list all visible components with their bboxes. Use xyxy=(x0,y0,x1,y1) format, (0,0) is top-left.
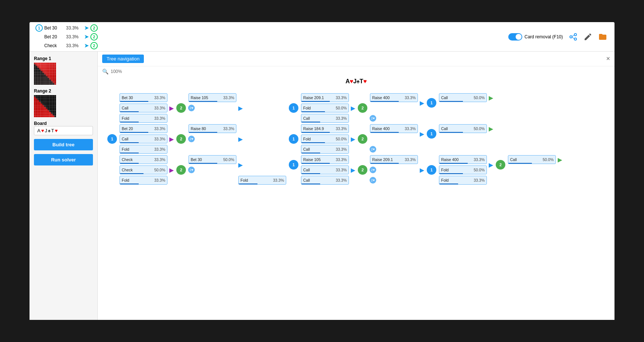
action-cell[interactable]: Fold50.0% xyxy=(301,135,349,143)
action-name: Call xyxy=(441,95,448,100)
folder-icon-btn[interactable] xyxy=(597,31,609,43)
action-pct: 33.3% xyxy=(405,95,416,100)
table-row: Check50.0%2♥Call33.3%2♥Fold50.0% xyxy=(106,165,562,175)
action-pct: 50.0% xyxy=(474,126,485,131)
board-card-a-suit: ♥ xyxy=(41,128,44,133)
arrow-connector: ▶ xyxy=(238,161,286,168)
action-cell[interactable]: Call33.3% xyxy=(301,145,349,154)
toggle-thumb xyxy=(516,34,522,40)
action-cell[interactable]: Raise 40033.3% xyxy=(370,93,418,102)
action-name: Fold xyxy=(441,178,449,182)
board-a-heart: ♥ xyxy=(350,78,353,84)
action-cell[interactable]: Bet 3033.3% xyxy=(120,93,167,102)
top-bar-actions: 1 Bet 30 33.3% ➤ 2 Bet 20 33.3% ➤ 2 Chec… xyxy=(35,24,98,49)
action-name: Bet 30 xyxy=(191,157,202,162)
tree-diagram: 1Bet 3033.3%▶2Raise 10533.3%▶1Raise 209.… xyxy=(98,86,614,307)
table-row: Fold33.3%Call33.3%2♥ xyxy=(106,144,562,154)
range2-grid[interactable] xyxy=(34,95,56,117)
action-pct: 33.3% xyxy=(474,157,485,162)
action-cell[interactable]: Fold33.3% xyxy=(120,114,167,123)
action-bar xyxy=(120,173,143,174)
arrow-connector: ▶ xyxy=(169,105,174,112)
action-cell[interactable]: Bet 3050.0% xyxy=(188,155,236,164)
action-cell[interactable]: Call33.3% xyxy=(301,114,349,123)
action-cell[interactable]: Raise 209.133.3% xyxy=(370,155,418,164)
action-bar xyxy=(301,163,330,164)
action-cell[interactable]: Raise 209.133.3% xyxy=(301,93,349,102)
search-icon: 🔍 xyxy=(102,69,108,74)
action-cell[interactable]: Raise 40033.3% xyxy=(370,124,418,133)
action-bar xyxy=(439,163,468,164)
range1-grid[interactable] xyxy=(34,63,56,85)
action-name: Raise 105 xyxy=(303,157,321,162)
action-cell[interactable]: Fold33.3% xyxy=(439,176,487,185)
board-card-a: A xyxy=(37,128,41,133)
player-circle-2: 2 xyxy=(176,134,186,144)
action-cell[interactable]: Call50.0% xyxy=(439,93,487,102)
network-icon-btn[interactable] xyxy=(567,31,579,43)
action-name: Bet 20 xyxy=(122,126,133,131)
action-cell[interactable]: Check50.0% xyxy=(120,165,167,174)
tree-nav-tab[interactable]: Tree navigation xyxy=(102,55,144,63)
action-cell[interactable]: Raise 10533.3% xyxy=(188,93,236,102)
tree-panel: Tree navigation × 🔍 100% A♥J♠T♥ 1Bet 303… xyxy=(98,52,614,320)
svg-line-4 xyxy=(572,37,574,39)
folder-icon xyxy=(598,32,607,41)
action-cell[interactable]: Fold50.0% xyxy=(439,165,487,174)
board-label: Board xyxy=(34,121,93,126)
action-cell[interactable]: Fold33.3% xyxy=(238,176,286,185)
action-pct: 33.3% xyxy=(336,116,347,121)
action-bar xyxy=(370,163,399,164)
action-name: Fold xyxy=(303,137,311,141)
action-cell[interactable]: Bet 2033.3% xyxy=(120,124,167,133)
top-action-check: Check 33.3% ➤ 2 xyxy=(35,42,98,49)
top-bar: 1 Bet 30 33.3% ➤ 2 Bet 20 33.3% ➤ 2 Chec… xyxy=(30,22,614,52)
action-pct: 33.3% xyxy=(336,178,347,182)
player2-circle-bet30: 2 xyxy=(90,24,98,32)
two-heart-badge: 2♥ xyxy=(370,177,376,184)
toggle-track[interactable] xyxy=(508,33,522,41)
action-cell[interactable]: Call33.3% xyxy=(120,135,167,143)
action-cell[interactable]: Fold50.0% xyxy=(301,104,349,112)
action-bar xyxy=(120,111,139,112)
action-pct: 50.0% xyxy=(154,168,165,172)
network-icon xyxy=(569,32,578,41)
top-icons xyxy=(567,31,609,43)
action-cell[interactable]: Raise 184.933.3% xyxy=(301,124,349,133)
action-pct: 33.3% xyxy=(223,126,234,131)
arrow-connector: ▶ xyxy=(169,136,174,143)
action-name: Call xyxy=(303,178,310,182)
main-container: 1 Bet 30 33.3% ➤ 2 Bet 20 33.3% ➤ 2 Chec… xyxy=(30,22,614,320)
action-pct: 33.3% xyxy=(405,126,416,131)
action-cell[interactable]: Raise 8033.3% xyxy=(188,124,236,133)
bet30-pct: 33.3% xyxy=(66,25,83,31)
action-cell[interactable]: Check33.3% xyxy=(120,155,167,164)
action-cell[interactable]: Fold33.3% xyxy=(120,145,167,154)
action-cell[interactable]: Call50.0% xyxy=(439,124,487,133)
action-name: Raise 80 xyxy=(191,126,206,131)
svg-point-0 xyxy=(570,36,572,38)
action-cell[interactable]: Raise 40033.3% xyxy=(439,155,487,164)
action-bar xyxy=(301,173,320,174)
action-cell[interactable]: Raise 10533.3% xyxy=(301,155,349,164)
action-name: Fold xyxy=(303,106,311,110)
two-heart-badge: 2♥ xyxy=(370,146,376,153)
edit-icon-btn[interactable] xyxy=(582,31,594,43)
action-cell[interactable]: Call33.3% xyxy=(120,104,167,112)
action-cell[interactable]: Call33.3% xyxy=(301,165,349,174)
player-circle-2: 2 xyxy=(176,165,186,175)
close-tree-button[interactable]: × xyxy=(606,55,610,63)
edit-icon xyxy=(584,32,592,41)
table-row: 1Bet 3033.3%▶2Raise 10533.3%▶1Raise 209.… xyxy=(106,93,562,102)
run-solver-button[interactable]: Run solver xyxy=(34,154,93,165)
action-name: Raise 400 xyxy=(372,126,389,131)
card-removal-toggle[interactable]: Card removal (F10) xyxy=(508,33,563,41)
action-pct: 33.3% xyxy=(273,178,284,182)
action-cell[interactable]: Call50.0% xyxy=(508,155,556,164)
action-cell[interactable]: Call33.3% xyxy=(301,176,349,185)
build-tree-button[interactable]: Build tree xyxy=(34,139,93,150)
action-name: Raise 184.9 xyxy=(303,126,324,131)
player-circle-1: 1 xyxy=(289,134,298,144)
two-heart-badge: 2♥ xyxy=(188,136,195,142)
action-cell[interactable]: Fold33.3% xyxy=(120,176,167,185)
